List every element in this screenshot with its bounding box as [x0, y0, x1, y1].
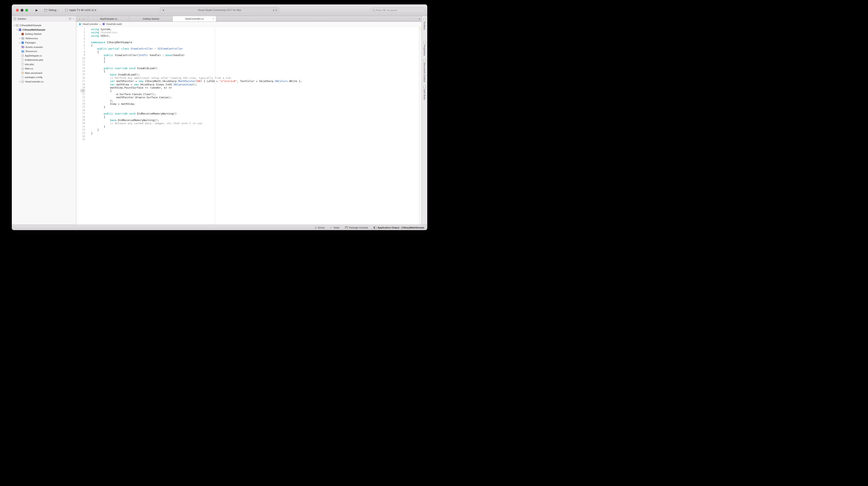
- pin-icon[interactable]: [69, 18, 71, 20]
- code-editor[interactable]: ✓ 1using System;2using Foundation;3using…: [76, 27, 422, 225]
- code-line[interactable]: 4: [76, 37, 422, 40]
- code-line[interactable]: 14 {: [76, 70, 422, 73]
- statusbar-item-package-console[interactable]: Package Console: [345, 226, 368, 229]
- close-window-button[interactable]: [16, 9, 19, 11]
- code-line[interactable]: 32 }: [76, 128, 422, 132]
- line-number-value: 30: [82, 122, 85, 125]
- line-number: 6: [76, 44, 88, 47]
- code-line[interactable]: 25 }: [76, 106, 422, 109]
- code-text: [88, 138, 91, 141]
- crumb-separator-icon: ▸: [100, 23, 101, 25]
- statusbar-item-errors[interactable]: ⚠Errors: [315, 226, 324, 229]
- solution-tree[interactable]: ▾CSharpMathSample▾CSharpMathSampleGettin…: [12, 22, 76, 225]
- breadcrumb-item-viewdidload[interactable]: ViewDidLoad(): [102, 23, 122, 25]
- warnings-badge[interactable]: ⚠ 1: [273, 9, 277, 11]
- solution-pad-header[interactable]: Solution ×: [12, 16, 76, 22]
- code-line[interactable]: 22 mathPainter.Draw(e.Surface.Canvas);: [76, 96, 422, 99]
- panel-tab-label: Document Outline: [423, 63, 426, 82]
- disclosure-open-icon[interactable]: ▾: [13, 24, 16, 26]
- panel-tab-toolbox[interactable]: Toolbox: [423, 18, 426, 30]
- code-line[interactable]: 20 {: [76, 89, 422, 92]
- line-number: 7: [76, 47, 88, 50]
- disclosure-closed-icon[interactable]: ▸: [19, 37, 22, 39]
- code-line[interactable]: 5namespace CSharpMathSample: [76, 41, 422, 44]
- code-line[interactable]: 23 };: [76, 99, 422, 102]
- code-line[interactable]: 26: [76, 109, 422, 112]
- tree-item-info-plist[interactable]: Info.plist: [12, 62, 76, 67]
- code-line[interactable]: 8 {: [76, 50, 422, 54]
- code-line[interactable]: 18 var mathView = new SkiaSharp.Views.tv…: [76, 83, 422, 86]
- code-line[interactable]: 13 public override void ViewDidLoad(): [76, 67, 422, 70]
- line-number-value: 34: [82, 135, 85, 138]
- tree-item-assets-xcassets[interactable]: Assets.xcassets: [12, 45, 76, 49]
- breadcrumb-item-viewcontroller[interactable]: ViewController: [79, 23, 98, 25]
- status-pill[interactable]: Visual Studio Community 2017 for Mac ⚠ 1: [160, 7, 279, 13]
- code-line[interactable]: 15 base.ViewDidLoad();: [76, 73, 422, 76]
- code-line[interactable]: 17 var mathPainter = new CSharpMath.Skia…: [76, 80, 422, 83]
- code-line[interactable]: 27 public override void DidReceiveMemory…: [76, 112, 422, 115]
- code-line[interactable]: 33}: [76, 132, 422, 135]
- statusbar-item-tasks[interactable]: ✓Tasks: [330, 226, 340, 229]
- code-line[interactable]: 34: [76, 135, 422, 138]
- code-line[interactable]: 3using UIKit;: [76, 34, 422, 37]
- tree-item-main-storyboard[interactable]: Main.storyboard: [12, 71, 76, 75]
- panel-tab-document-outline[interactable]: Document Outline: [423, 59, 426, 82]
- debug-target-icon: [44, 9, 47, 11]
- code-line[interactable]: 31 }: [76, 125, 422, 128]
- tree-item-getting-started[interactable]: Getting Started: [12, 32, 76, 36]
- titlebar[interactable]: ▶ Debug › Apple TV 4K tvOS 11.4 Visual S…: [12, 4, 427, 16]
- zoom-window-button[interactable]: [25, 9, 28, 11]
- code-line[interactable]: 7 public partial class ViewController : …: [76, 47, 422, 50]
- code-line[interactable]: 1using System;: [76, 28, 422, 31]
- code-line[interactable]: 16 // Perform any additional setup after…: [76, 76, 422, 80]
- tab-appdelegate-cs[interactable]: AppDelegate.cs: [88, 16, 129, 22]
- tree-item-appdelegate-cs[interactable]: AppDelegate.cs: [12, 54, 76, 58]
- code-line[interactable]: 6{: [76, 44, 422, 47]
- global-search-field[interactable]: [370, 8, 425, 13]
- run-button[interactable]: ▶: [36, 8, 38, 12]
- line-number-value: 18: [82, 83, 85, 86]
- token-pl: mathView =: [115, 83, 134, 86]
- tree-item-viewcontroller-cs[interactable]: ▸ViewController.cs: [12, 80, 76, 84]
- search-input[interactable]: [376, 9, 423, 11]
- minimize-window-button[interactable]: [21, 9, 23, 11]
- token-pl: , TextColor = SkiaSharp.: [237, 80, 275, 83]
- tree-item-packages-config[interactable]: packages.config: [12, 75, 76, 80]
- code-line[interactable]: 2using Foundation;: [76, 31, 422, 34]
- tab-viewcontroller-cs[interactable]: ViewController.cs×: [173, 16, 216, 22]
- panel-tab-properties[interactable]: Properties: [423, 41, 426, 56]
- panel-tab-unit-tests[interactable]: Unit Tests: [423, 86, 426, 100]
- pad-close-icon[interactable]: ×: [73, 18, 74, 20]
- code-line[interactable]: 11 }: [76, 60, 422, 63]
- navigate-forward-button[interactable]: ›: [82, 16, 86, 22]
- tab-close-icon[interactable]: ×: [213, 17, 214, 20]
- tree-item-csharpmathsample[interactable]: ▾CSharpMathSample: [12, 23, 76, 28]
- tab-overflow-button[interactable]: ▾: [419, 16, 420, 22]
- code-line[interactable]: 35: [76, 138, 422, 141]
- code-line[interactable]: 10 {: [76, 57, 422, 60]
- tab-getting-started[interactable]: Getting Started: [129, 16, 173, 22]
- code-line[interactable]: 21 e.Surface.Canvas.Clear();: [76, 93, 422, 96]
- device-selector[interactable]: Apple TV 4K tvOS 11.4: [65, 9, 96, 11]
- debug-configuration-selector[interactable]: Debug ›: [44, 9, 59, 11]
- tree-item-packages[interactable]: ▸Packages: [12, 40, 76, 45]
- tree-item-entitlements-plist[interactable]: Entitlements.plist: [12, 58, 76, 62]
- code-line[interactable]: 29 base.DidReceiveMemoryWarning();: [76, 118, 422, 122]
- token-pl: [91, 112, 104, 115]
- navigate-back-button[interactable]: ‹: [78, 16, 82, 22]
- code-line[interactable]: 24 View = mathView;: [76, 102, 422, 106]
- tree-item-csharpmathsample[interactable]: ▾CSharpMathSample: [12, 28, 76, 32]
- code-line[interactable]: 30 // Release any cached data, images, e…: [76, 122, 422, 125]
- code-line[interactable]: 28 {: [76, 115, 422, 118]
- code-text: };: [88, 99, 113, 102]
- disclosure-closed-icon[interactable]: ▸: [19, 41, 22, 44]
- tree-item-references[interactable]: ▸References: [12, 36, 76, 41]
- tree-item-main-cs[interactable]: Main.cs: [12, 66, 76, 71]
- statusbar-item-application-output-csharpmathsample[interactable]: Application Output - CSharpMathSample: [374, 226, 424, 229]
- disclosure-closed-icon[interactable]: ▸: [19, 81, 22, 83]
- tree-item-resources[interactable]: Resources: [12, 49, 76, 54]
- code-line[interactable]: 12: [76, 63, 422, 66]
- code-line[interactable]: 9 public ViewController(IntPtr handle) :…: [76, 54, 422, 57]
- code-line[interactable]: 19 mathView.PaintSurface += (sender, e) …: [76, 86, 422, 89]
- disclosure-open-icon[interactable]: ▾: [16, 29, 19, 31]
